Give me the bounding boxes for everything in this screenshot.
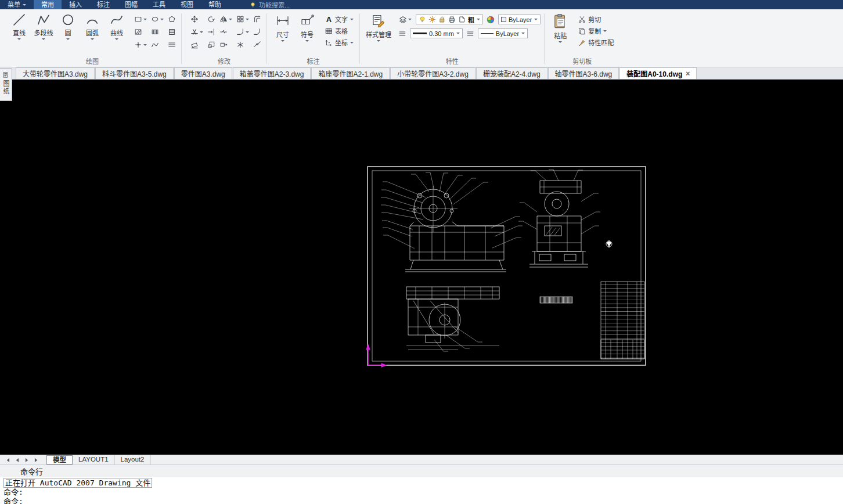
chevron-down-icon[interactable] bbox=[246, 31, 249, 33]
sheet-panel-tab[interactable]: 图纸 bbox=[0, 69, 12, 101]
tool-sketch[interactable] bbox=[150, 40, 164, 49]
list-icon[interactable] bbox=[398, 30, 406, 38]
chevron-down-icon[interactable] bbox=[408, 19, 412, 20]
chevron-down-icon[interactable] bbox=[350, 19, 354, 20]
tool-arc[interactable]: 圆弧 bbox=[80, 11, 105, 40]
cut-button[interactable]: 剪切 bbox=[576, 14, 616, 24]
chevron-down-icon[interactable] bbox=[477, 19, 480, 20]
chevron-down-icon[interactable] bbox=[115, 38, 118, 40]
chevron-down-icon[interactable] bbox=[456, 33, 460, 34]
chevron-down-icon[interactable] bbox=[200, 31, 203, 33]
chevron-down-icon[interactable] bbox=[534, 19, 538, 20]
tool-multiline[interactable] bbox=[167, 40, 176, 49]
menu-tab-insert[interactable]: 插入 bbox=[62, 0, 89, 9]
tool-stretch[interactable] bbox=[219, 40, 233, 49]
chevron-down-icon[interactable] bbox=[603, 30, 607, 32]
last-layout-icon[interactable] bbox=[33, 456, 41, 464]
tool-rotate[interactable] bbox=[207, 15, 216, 24]
layout-tab-model[interactable]: 模型 bbox=[46, 455, 73, 465]
doc-tab[interactable]: 料斗零件图A3-5.dwg bbox=[95, 67, 174, 79]
tool-line[interactable]: 直线 bbox=[7, 11, 31, 40]
doc-tab-active[interactable]: 装配图A0-10.dwg × bbox=[619, 67, 697, 79]
layer-state-combo[interactable]: 粗 bbox=[416, 15, 483, 24]
tool-ellipse[interactable] bbox=[150, 15, 164, 24]
first-layout-icon[interactable] bbox=[3, 456, 11, 464]
parts-list-table[interactable] bbox=[601, 282, 644, 359]
tool-array[interactable] bbox=[236, 15, 250, 24]
close-icon[interactable]: × bbox=[686, 70, 690, 77]
tool-gradient[interactable] bbox=[150, 27, 164, 37]
doc-tab[interactable]: 零件图A3.dwg bbox=[174, 67, 232, 79]
chevron-down-icon[interactable] bbox=[377, 40, 380, 42]
function-search[interactable]: 功能搜索... bbox=[250, 0, 290, 9]
linetype-combo[interactable]: ByLayer bbox=[478, 28, 528, 38]
tool-circle[interactable]: 圆 bbox=[56, 11, 80, 40]
sheet-icon[interactable] bbox=[458, 16, 466, 23]
tool-region[interactable] bbox=[167, 27, 176, 37]
doc-tab[interactable]: 轴零件图A3-6.dwg bbox=[548, 67, 619, 79]
tool-offset[interactable] bbox=[253, 15, 262, 24]
color-combo[interactable]: ByLayer bbox=[498, 15, 541, 24]
menu-tab-tools[interactable]: 工具 bbox=[145, 0, 173, 9]
match-properties-button[interactable]: 特性匹配 bbox=[576, 37, 616, 48]
drawing-canvas[interactable] bbox=[0, 80, 843, 455]
menu-tab-annotate[interactable]: 标注 bbox=[89, 0, 117, 9]
next-layout-icon[interactable] bbox=[23, 456, 31, 464]
chevron-down-icon[interactable] bbox=[66, 38, 70, 40]
tool-explode[interactable] bbox=[236, 40, 250, 49]
tool-table[interactable]: 表格 bbox=[323, 26, 356, 36]
tool-hatch[interactable] bbox=[134, 27, 147, 37]
menu-tab-home[interactable]: 常用 bbox=[34, 0, 62, 9]
chevron-down-icon[interactable] bbox=[281, 40, 284, 42]
hatched-detail[interactable] bbox=[540, 297, 572, 303]
menu-tab-sheet[interactable]: 图幅 bbox=[117, 0, 145, 9]
bulb-icon[interactable] bbox=[419, 16, 426, 23]
sun-freeze-icon[interactable] bbox=[428, 16, 436, 23]
command-prompt-line[interactable]: 命令: bbox=[3, 497, 843, 504]
chevron-down-icon[interactable] bbox=[143, 44, 147, 46]
tool-extend[interactable] bbox=[207, 27, 216, 37]
tool-fillet[interactable] bbox=[236, 27, 250, 37]
chevron-down-icon[interactable] bbox=[42, 38, 45, 40]
chevron-down-icon[interactable] bbox=[521, 33, 525, 34]
menu-button-main[interactable]: 菜单 bbox=[0, 0, 34, 9]
tool-break[interactable] bbox=[219, 27, 233, 37]
printer-icon[interactable] bbox=[448, 16, 456, 23]
tool-polyline[interactable]: 多段线 bbox=[31, 11, 56, 40]
tool-coordinate[interactable]: 坐标 bbox=[323, 37, 356, 48]
tool-mirror[interactable] bbox=[219, 15, 233, 24]
plan-view[interactable] bbox=[406, 287, 499, 351]
copy-button[interactable]: 复制 bbox=[576, 26, 616, 36]
hoist-symbol[interactable] bbox=[606, 240, 612, 248]
chevron-down-icon[interactable] bbox=[229, 19, 232, 20]
lock-icon[interactable] bbox=[438, 16, 446, 23]
layer-control-button[interactable] bbox=[398, 15, 412, 24]
style-manager-button[interactable]: 样式管理 bbox=[363, 11, 394, 42]
command-output[interactable]: 正在打开 AutoCAD 2007 Drawing 文件 命令: 命令: bbox=[0, 477, 843, 504]
doc-tab[interactable]: 栅笼装配A2-4.dwg bbox=[476, 67, 547, 79]
chevron-down-icon[interactable] bbox=[143, 19, 147, 20]
tool-dimension[interactable]: 尺寸 bbox=[271, 11, 295, 42]
lineweight-combo[interactable]: 0.30 mm bbox=[410, 28, 463, 38]
doc-tab[interactable]: 小带轮零件图A3-2.dwg bbox=[390, 67, 475, 79]
tool-scale[interactable] bbox=[207, 40, 216, 49]
chevron-down-icon[interactable] bbox=[559, 41, 562, 43]
menu-tab-view[interactable]: 视图 bbox=[173, 0, 201, 9]
tool-polygon[interactable] bbox=[167, 15, 176, 24]
paste-button[interactable]: 粘贴 bbox=[548, 11, 572, 43]
tool-spline[interactable]: 曲线 bbox=[105, 11, 129, 40]
color-wheel-icon[interactable] bbox=[487, 16, 495, 24]
layout-tab-layout1[interactable]: LAYOUT1 bbox=[73, 455, 115, 465]
layout-tab-layout2[interactable]: Layout2 bbox=[115, 455, 151, 465]
chevron-down-icon[interactable] bbox=[160, 19, 164, 20]
tool-symbol[interactable]: 符号 bbox=[295, 11, 319, 42]
chevron-down-icon[interactable] bbox=[246, 19, 249, 20]
side-view[interactable] bbox=[518, 170, 600, 267]
tool-trim[interactable] bbox=[190, 27, 204, 37]
menu-tab-help[interactable]: 帮助 bbox=[201, 0, 229, 9]
chevron-down-icon[interactable] bbox=[17, 38, 21, 40]
tool-erase[interactable] bbox=[190, 40, 204, 49]
front-view[interactable] bbox=[381, 172, 523, 272]
tool-point[interactable] bbox=[134, 40, 147, 49]
chevron-down-icon[interactable] bbox=[305, 40, 309, 42]
